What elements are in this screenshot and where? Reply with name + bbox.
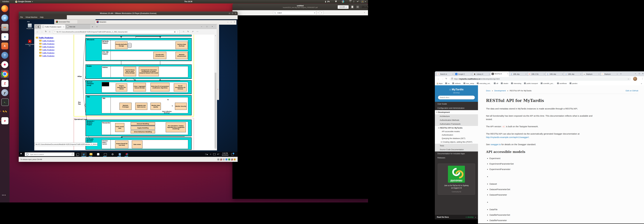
breadcrumb-development[interactable]: Development: [494, 90, 506, 92]
task-box[interactable]: Result Visualization (in Aimsun): [174, 83, 187, 91]
dock-chrome-icon[interactable]: [1, 70, 8, 77]
close-button[interactable]: ×: [642, 72, 644, 75]
tree-child-link[interactable]: Traffic Prediction: [42, 46, 54, 48]
close-tab-icon[interactable]: ×: [471, 73, 472, 75]
close-button[interactable]: ×: [212, 25, 213, 27]
menu-virtual-machine[interactable]: Virtual Machine: [26, 16, 38, 18]
swagger-io-link[interactable]: swagger.io: [490, 143, 501, 146]
volume-muted-icon[interactable]: ◄✕: [356, 0, 359, 2]
task-box[interactable]: Fetch recent data: [115, 123, 124, 132]
share-icon[interactable]: ↗: [192, 30, 194, 33]
task-box[interactable]: Provide MyTardis Storage: [115, 41, 128, 49]
task-box[interactable]: Demand Modelling: [131, 122, 155, 126]
dock-files-icon[interactable]: ▤▤: [1, 24, 8, 31]
bookmark-folder[interactable]: skillsets: [452, 83, 460, 84]
volume-muted-icon[interactable]: ◄✕: [217, 153, 219, 155]
sidebar-item[interactable]: Releases: [435, 156, 478, 160]
scroll-down-icon[interactable]: ∨: [214, 148, 217, 149]
close-tab-icon[interactable]: ×: [562, 73, 563, 75]
find-close-button[interactable]: ×: [364, 12, 365, 13]
people-icon[interactable]: [205, 154, 206, 155]
tab-search[interactable]: MSearch re×: [436, 72, 454, 76]
task-view-icon[interactable]: [76, 153, 79, 156]
padlock-icon[interactable]: [451, 78, 453, 80]
taskbar-search[interactable]: [25, 152, 74, 156]
microphone-icon[interactable]: [72, 154, 73, 155]
bookmark-star-icon[interactable]: ☆: [628, 78, 629, 80]
bookmark-folder[interactable]: deakin: [501, 83, 508, 84]
sidebar-item[interactable]: Architecture: [435, 114, 478, 118]
tree-child-link[interactable]: Traffic Prediction: [42, 40, 54, 42]
menu-button[interactable]: [355, 5, 360, 9]
settings-more-icon[interactable]: ⋯: [196, 30, 198, 33]
tree-child-link[interactable]: Traffic Prediction: [42, 55, 54, 57]
bookmark-folder[interactable]: interesting: [511, 83, 521, 84]
dock-thunderbird-icon[interactable]: ✉: [1, 14, 8, 21]
rtd-search-input[interactable]: [438, 95, 475, 99]
sidebar-item-restful-api-current[interactable]: ⊟ RESTful API for MyTardis: [435, 126, 478, 130]
clear-icon[interactable]: ⊗: [314, 12, 315, 14]
tabs-preview-icon[interactable]: [36, 26, 38, 28]
menu-file[interactable]: File: [20, 16, 23, 18]
close-tab-icon[interactable]: ×: [507, 73, 508, 75]
omnibox[interactable]: https://mytardis.readthedocs.io/en/devel…: [450, 77, 631, 81]
close-tab-icon[interactable]: ×: [452, 73, 454, 75]
taskbar-settings-icon[interactable]: ⚙: [110, 152, 116, 156]
tab-restful-active[interactable]: ▤RESTful A×: [491, 71, 509, 76]
task-box[interactable]: Autogenerate interactive visualization o…: [139, 67, 159, 76]
scroll-up-icon[interactable]: ∧: [214, 35, 217, 37]
close-tab-icon[interactable]: ×: [598, 73, 600, 75]
rtd-project-title[interactable]: ⌂ MyTardis: [438, 88, 475, 91]
sidebar-ad[interactable]: pyconau Join us for PyCon AU in Sydneyon…: [438, 164, 475, 195]
taskbar-onenote-icon[interactable]: [117, 152, 122, 156]
dock-slack-icon[interactable]: ✱: [1, 61, 8, 68]
maximize-button[interactable]: □: [231, 12, 234, 15]
refresh-icon[interactable]: ↻: [45, 30, 47, 33]
task-box[interactable]: Take Action: [132, 141, 142, 148]
scrollbar-thumb[interactable]: [214, 73, 216, 148]
task-box[interactable]: Driver Behaviour Modelling: [131, 130, 155, 133]
minimize-button[interactable]: –: [228, 21, 228, 23]
kebab-menu-icon[interactable]: ⋮: [642, 77, 644, 80]
tab-uml2[interactable]: AMUML 2 De×: [527, 72, 546, 76]
sidebar-item[interactable]: Authentication Methods: [435, 118, 478, 122]
bluetooth-icon[interactable]: ᛒ: [353, 0, 354, 2]
task-box[interactable]: Monitor Data Quality: [150, 103, 161, 110]
dock-writer-icon[interactable]: ▦: [1, 33, 8, 40]
annotate-icon[interactable]: ✎: [187, 30, 189, 33]
close-tab-icon[interactable]: ×: [580, 73, 581, 75]
edge-tab-active[interactable]: Traffic Prediction report ×: [41, 24, 66, 29]
network-display-icon[interactable]: [213, 153, 216, 155]
tab-wikipedia[interactable]: WDeploym×: [582, 72, 600, 76]
activities-button[interactable]: Activities: [2, 0, 9, 2]
flyout-caret-icon[interactable]: ▲: [475, 217, 476, 218]
reload-icon[interactable]: ↻: [446, 77, 447, 80]
bookmark-folder[interactable]: mac_setup: [464, 83, 474, 84]
task-box[interactable]: Region Selection (for demo): [116, 83, 127, 91]
dock-terminal-icon[interactable]: >_: [1, 98, 9, 106]
bookmark-folder[interactable]: executing_not...: [477, 83, 491, 84]
slack-tray-icon[interactable]: [342, 0, 344, 3]
menu-help[interactable]: Help: [40, 16, 44, 18]
device-sound-icon[interactable]: [231, 159, 233, 160]
home-icon[interactable]: ⌂: [49, 30, 50, 33]
task-box[interactable]: Maintain Infrastructure: [176, 52, 188, 59]
device-floppy-icon[interactable]: [223, 159, 225, 160]
bookmark-folder[interactable]: afl: [494, 83, 498, 84]
device-usb-icon[interactable]: [226, 159, 228, 160]
task-box[interactable]: Perform Data Backups: [176, 41, 188, 49]
close-tab-icon[interactable]: ×: [544, 73, 545, 75]
sidebar-item-querying[interactable]: Querying the database (GET): [435, 137, 478, 140]
reading-view-icon[interactable]: ▥: [174, 31, 176, 33]
acrobat-desktop-icon[interactable]: A: [28, 40, 32, 43]
task-box[interactable]: Run Simulation / Deploy Algorithm (e.g. …: [166, 122, 186, 132]
device-network-icon[interactable]: [228, 159, 230, 160]
task-box[interactable]: Convert binary data to open format (Scri…: [124, 67, 136, 76]
task-box[interactable]: Integrate new data sources: [135, 103, 147, 110]
zoom-control[interactable]: 134.86% ∨: [338, 5, 349, 9]
edit-on-github-link[interactable]: Edit on GitHub: [626, 90, 638, 92]
minimize-button[interactable]: –: [201, 25, 202, 27]
scrollbar[interactable]: ∧ ∨: [214, 35, 217, 150]
dock-lyx-icon[interactable]: y: [1, 89, 8, 96]
tray-expand-icon[interactable]: ∧: [210, 153, 211, 155]
